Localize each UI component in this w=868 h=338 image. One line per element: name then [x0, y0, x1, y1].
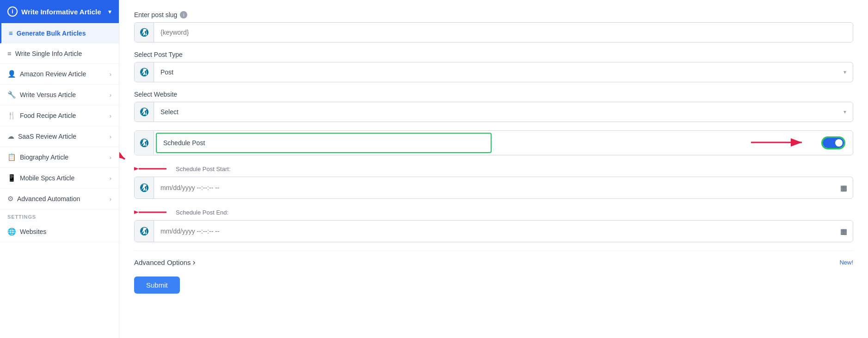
form-wrapper: Enter post slug i Select Post Type — [134, 11, 853, 294]
chevron-right-icon-amazon: › — [110, 71, 111, 78]
chevron-right-icon-advanced: › — [110, 196, 111, 203]
arrow-to-end-label — [134, 207, 171, 217]
schedule-end-section: Schedule Post End: ▦ — [134, 207, 853, 242]
sidebar-item-advanced-auto[interactable]: ⚙ Advanced Automation › — [0, 189, 119, 209]
schedule-post-wp-icon — [135, 131, 154, 154]
post-type-input-row: Post Page ▾ — [134, 62, 853, 82]
post-type-select-wrapper: Post Page ▾ — [154, 64, 853, 80]
chevron-right-icon-mobile: › — [110, 175, 111, 182]
sidebar-item-icon-generate-bulk: ≡ — [9, 29, 13, 37]
schedule-end-calendar-icon[interactable]: ▦ — [840, 227, 853, 236]
post-slug-section: Enter post slug i — [134, 11, 853, 43]
chevron-right-icon-food: › — [110, 112, 111, 119]
post-type-section: Select Post Type Post Page ▾ — [134, 51, 853, 82]
sidebar-item-label-saas-review: SaaS Review Article — [18, 133, 76, 140]
sidebar-item-icon-food-recipe: 🍴 — [7, 111, 16, 120]
sidebar-settings-label: SETTINGS — [0, 209, 119, 221]
schedule-post-toggle[interactable] — [821, 136, 845, 149]
website-input-row: Select ▾ — [134, 102, 853, 122]
sidebar-item-icon-saas-review: ☁ — [7, 132, 14, 141]
sidebar: i Write Informative Article ▾ ≡ Generate… — [0, 0, 119, 338]
sidebar-item-icon-mobile-spcs: 📱 — [7, 174, 16, 182]
post-type-select[interactable]: Post Page — [154, 64, 853, 80]
post-slug-info-icon[interactable]: i — [180, 11, 187, 18]
post-slug-label: Enter post slug i — [134, 11, 853, 18]
advanced-options-row: Advanced Options › New! — [134, 251, 853, 271]
submit-button[interactable]: Submit — [134, 277, 180, 294]
post-type-label: Select Post Type — [134, 51, 853, 58]
website-label: Select Website — [134, 91, 853, 98]
schedule-start-section: Schedule Post Start: ▦ — [134, 164, 853, 199]
sidebar-item-icon-websites: 🌐 — [7, 227, 16, 236]
sidebar-item-mobile-spcs[interactable]: 📱 Mobile Spcs Article › — [0, 168, 119, 189]
sidebar-item-icon-write-versus: 🔧 — [7, 91, 16, 99]
schedule-end-input[interactable] — [154, 223, 840, 240]
sidebar-item-amazon-review[interactable]: 👤 Amazon Review Article › — [0, 64, 119, 85]
post-slug-input-row — [134, 22, 853, 43]
post-type-wp-icon — [135, 62, 154, 82]
schedule-post-section: Schedule Post — [134, 130, 853, 155]
sidebar-header-chevron: ▾ — [108, 8, 111, 15]
sidebar-item-label-write-versus: Write Versus Article — [20, 91, 76, 98]
sidebar-item-write-versus[interactable]: 🔧 Write Versus Article › — [0, 85, 119, 105]
sidebar-item-websites[interactable]: 🌐 Websites — [0, 221, 119, 242]
website-select[interactable]: Select — [154, 104, 853, 120]
chevron-right-icon-versus: › — [110, 92, 111, 98]
schedule-post-label: Schedule Post — [156, 133, 492, 153]
sidebar-item-icon-advanced-auto: ⚙ — [7, 195, 13, 203]
sidebar-item-food-recipe[interactable]: 🍴 Food Recipe Article › — [0, 105, 119, 126]
schedule-start-label: Schedule Post Start: — [134, 164, 853, 174]
post-slug-wp-icon — [135, 23, 154, 42]
sidebar-item-label-biography: Biography Article — [20, 154, 68, 161]
website-wp-icon — [135, 102, 154, 122]
toggle-thumb — [835, 139, 843, 147]
sidebar-item-label-advanced-auto: Advanced Automation — [17, 195, 80, 203]
schedule-start-input-row: ▦ — [134, 177, 853, 199]
sidebar-item-generate-bulk[interactable]: ≡ Generate Bulk Articles — [0, 23, 119, 43]
sidebar-item-icon-biography: 📋 — [7, 153, 16, 161]
sidebar-item-write-single[interactable]: ≡ Write Single Info Article — [0, 43, 119, 64]
sidebar-item-label-write-single: Write Single Info Article — [15, 50, 82, 57]
chevron-right-icon-biography: › — [110, 154, 111, 161]
sidebar-item-label-amazon-review: Amazon Review Article — [20, 70, 86, 78]
schedule-end-wp-icon — [135, 221, 154, 242]
main-content: Enter post slug i Select Post Type — [119, 0, 868, 338]
schedule-start-wp-icon — [135, 177, 154, 198]
sidebar-header[interactable]: i Write Informative Article ▾ — [0, 0, 119, 23]
advanced-options-chevron-icon: › — [193, 258, 196, 267]
schedule-start-calendar-icon[interactable]: ▦ — [840, 184, 853, 192]
post-slug-input[interactable] — [154, 24, 853, 41]
sidebar-item-label-mobile-spcs: Mobile Spcs Article — [20, 174, 74, 182]
svg-line-13 — [119, 113, 125, 159]
schedule-end-label: Schedule Post End: — [134, 207, 853, 217]
sidebar-item-saas-review[interactable]: ☁ SaaS Review Article › — [0, 126, 119, 147]
sidebar-item-label-websites: Websites — [20, 228, 46, 235]
sidebar-header-label: Write Informative Article — [21, 8, 101, 16]
advanced-options-label: Advanced Options — [134, 258, 191, 266]
sidebar-item-label-food-recipe: Food Recipe Article — [20, 112, 76, 119]
advanced-options-link[interactable]: Advanced Options › — [134, 258, 196, 267]
chevron-right-icon-saas: › — [110, 133, 111, 140]
website-section: Select Website Select ▾ — [134, 91, 853, 122]
sidebar-item-label-generate-bulk: Generate Bulk Articles — [17, 30, 86, 37]
sidebar-item-icon-write-single: ≡ — [7, 49, 12, 57]
schedule-end-input-row: ▦ — [134, 220, 853, 242]
header-info-icon: i — [7, 6, 18, 17]
schedule-post-row: Schedule Post — [134, 130, 853, 155]
arrow-to-start-label — [134, 164, 171, 174]
sidebar-item-biography[interactable]: 📋 Biography Article › — [0, 147, 119, 168]
new-badge: New! — [839, 259, 853, 266]
arrow-to-toggle — [751, 135, 806, 149]
submit-section: Submit — [134, 277, 853, 294]
toggle-track — [823, 138, 844, 148]
schedule-toggle-container — [814, 136, 853, 149]
website-select-wrapper: Select ▾ — [154, 104, 853, 120]
schedule-start-input[interactable] — [154, 179, 840, 196]
sidebar-item-icon-amazon-review: 👤 — [7, 70, 16, 78]
